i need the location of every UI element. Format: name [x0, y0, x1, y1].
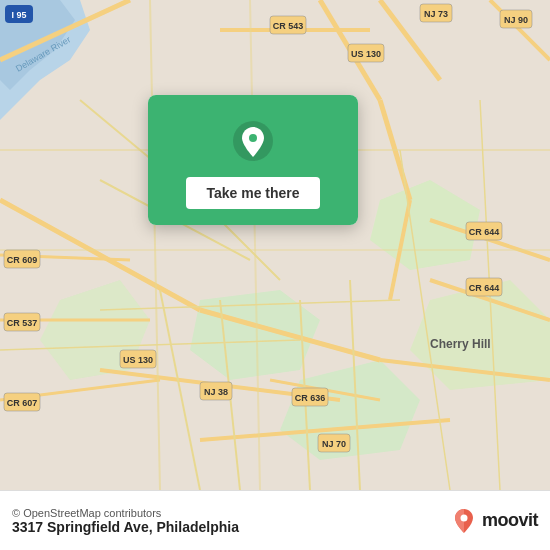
svg-point-73: [460, 514, 467, 521]
location-pin-icon: [231, 119, 275, 163]
svg-text:CR 644: CR 644: [469, 227, 500, 237]
svg-text:CR 609: CR 609: [7, 255, 38, 265]
svg-text:CR 636: CR 636: [295, 393, 326, 403]
moovit-logo: moovit: [450, 507, 538, 535]
popup-green-area: Take me there: [148, 95, 358, 225]
svg-text:CR 644: CR 644: [469, 283, 500, 293]
bottom-bar: © OpenStreetMap contributors 3317 Spring…: [0, 490, 550, 550]
svg-text:Cherry Hill: Cherry Hill: [430, 337, 491, 351]
svg-text:US 130: US 130: [123, 355, 153, 365]
take-me-there-button[interactable]: Take me there: [186, 177, 319, 209]
svg-text:NJ 73: NJ 73: [424, 9, 448, 19]
svg-text:US 130: US 130: [351, 49, 381, 59]
map-background: Delaware River: [0, 0, 550, 490]
popup-card: Take me there: [148, 95, 358, 225]
attribution-text: © OpenStreetMap contributors: [12, 507, 161, 519]
address-block: © OpenStreetMap contributors 3317 Spring…: [12, 507, 239, 535]
moovit-text: moovit: [482, 510, 538, 531]
svg-text:NJ 70: NJ 70: [322, 439, 346, 449]
svg-point-72: [249, 134, 257, 142]
svg-text:CR 537: CR 537: [7, 318, 38, 328]
address-text: 3317 Springfield Ave, Philadelphia: [12, 519, 239, 535]
svg-text:NJ 90: NJ 90: [504, 15, 528, 25]
svg-text:CR 543: CR 543: [273, 21, 304, 31]
moovit-icon: [450, 507, 478, 535]
svg-text:NJ 38: NJ 38: [204, 387, 228, 397]
svg-text:CR 607: CR 607: [7, 398, 38, 408]
map-container: Delaware River: [0, 0, 550, 490]
svg-text:I 95: I 95: [11, 10, 26, 20]
